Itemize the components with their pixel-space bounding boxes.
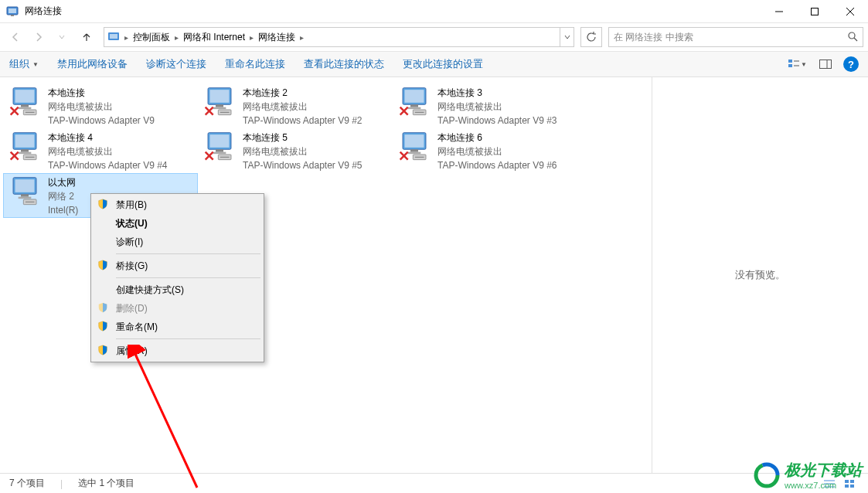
window-title: 网络连接 (25, 5, 761, 18)
svg-rect-19 (21, 104, 29, 107)
annotation-arrow (128, 345, 220, 491)
menu-separator (116, 253, 260, 254)
breadcrumb-dropdown[interactable] (560, 28, 574, 46)
shield-icon (97, 199, 110, 211)
svg-rect-68 (19, 197, 32, 199)
connection-device: TAP-Windows Adapter V9 #3 (437, 114, 557, 128)
svg-rect-50 (210, 134, 230, 148)
menu-rename[interactable]: 重命名(M) (93, 318, 262, 336)
network-icon (8, 87, 42, 124)
toolbar: 组织▼ 禁用此网络设备 诊断这个连接 重命名此连接 查看此连接的状态 更改此连接… (0, 51, 868, 77)
breadcrumb-item[interactable]: 网络和 Internet (180, 31, 248, 44)
connection-device: TAP-Windows Adapter V9 #2 (243, 114, 363, 128)
svg-rect-42 (15, 134, 35, 148)
context-menu: 禁用(B) 状态(U) 诊断(I) 桥接(G) 创建快捷方式(S) 删除(D) … (90, 193, 264, 362)
connection-status: 网络电缆被拔出 (437, 145, 557, 158)
svg-rect-59 (410, 149, 418, 151)
svg-rect-20 (19, 107, 32, 110)
svg-rect-34 (405, 90, 424, 103)
network-connection-item[interactable]: 本地连接 网络电缆被拔出 TAP-Windows Adapter V9 (3, 83, 198, 128)
menu-shortcut[interactable]: 创建快捷方式(S) (93, 280, 262, 299)
menu-separator (116, 338, 260, 339)
svg-rect-28 (213, 107, 226, 110)
preview-pane-button[interactable] (815, 56, 836, 73)
svg-rect-58 (405, 134, 424, 148)
connection-name: 本地连接 (48, 87, 155, 100)
svg-rect-1 (9, 8, 16, 13)
watermark-brand: 极光下载站 (785, 460, 862, 481)
svg-rect-52 (213, 152, 226, 155)
up-button[interactable] (76, 26, 97, 48)
svg-rect-12 (788, 64, 792, 67)
network-icon (203, 131, 237, 168)
titlebar: 网络连接 (0, 0, 868, 23)
svg-rect-4 (812, 8, 819, 15)
connection-device: TAP-Windows Adapter V9 #5 (243, 159, 363, 172)
breadcrumb[interactable]: ▸ 控制面板 ▸ 网络和 Internet ▸ 网络连接 ▸ (104, 27, 574, 47)
connection-status: 网络电缆被拔出 (243, 145, 363, 158)
help-button[interactable]: ? (843, 56, 859, 72)
svg-rect-11 (788, 60, 792, 63)
svg-rect-44 (19, 152, 32, 155)
preview-panel: 没有预览。 (652, 77, 868, 473)
organize-menu[interactable]: 组织▼ (9, 57, 39, 71)
network-connection-item[interactable]: 本地连接 5 网络电缆被拔出 TAP-Windows Adapter V9 #5 (198, 128, 393, 173)
svg-rect-26 (210, 90, 230, 103)
menu-diagnose[interactable]: 诊断(I) (93, 233, 262, 251)
svg-rect-36 (408, 107, 421, 110)
connection-name: 本地连接 5 (243, 131, 363, 144)
selected-count: 选中 1 个项目 (78, 477, 134, 490)
disable-device-button[interactable]: 禁用此网络设备 (57, 57, 128, 71)
connection-name: 以太网 (48, 176, 78, 189)
maximize-button[interactable] (797, 0, 832, 23)
menu-properties[interactable]: 属性(R) (93, 342, 262, 360)
network-icon (397, 131, 431, 168)
menu-delete: 删除(D) (93, 299, 262, 318)
menu-status[interactable]: 状态(U) (93, 214, 262, 233)
connection-status: 网络电缆被拔出 (48, 100, 155, 114)
change-settings-button[interactable]: 更改此连接的设置 (403, 57, 483, 71)
menu-separator (116, 277, 260, 278)
network-icon (8, 176, 42, 213)
svg-rect-66 (15, 179, 35, 192)
connection-status: 网络电缆被拔出 (48, 145, 168, 158)
minimize-button[interactable] (761, 0, 797, 23)
chevron-right-icon: ▸ (173, 33, 180, 42)
diagnose-button[interactable]: 诊断这个连接 (146, 57, 206, 71)
svg-rect-2 (11, 15, 14, 16)
svg-rect-60 (408, 152, 421, 155)
breadcrumb-icon (107, 31, 120, 43)
menu-bridge[interactable]: 桥接(G) (93, 257, 262, 275)
back-button[interactable] (5, 26, 26, 48)
connection-device: TAP-Windows Adapter V9 #6 (437, 159, 557, 172)
menu-disable[interactable]: 禁用(B) (93, 196, 262, 214)
network-connection-item[interactable]: 本地连接 2 网络电缆被拔出 TAP-Windows Adapter V9 #2 (198, 83, 393, 128)
network-connection-item[interactable]: 本地连接 3 网络电缆被拔出 TAP-Windows Adapter V9 #3 (393, 83, 587, 128)
connection-name: 本地连接 6 (437, 131, 557, 144)
svg-line-71 (134, 351, 197, 488)
connection-status: 网络电缆被拔出 (437, 100, 557, 114)
connection-name: 本地连接 4 (48, 131, 168, 144)
view-status-button[interactable]: 查看此连接的状态 (304, 57, 384, 71)
connection-status: 网络电缆被拔出 (243, 100, 363, 114)
watermark: 极光下载站 www.xz7.com (754, 460, 862, 490)
recent-dropdown[interactable] (51, 26, 73, 48)
connection-device: Intel(R) (48, 204, 78, 217)
shield-icon (97, 345, 110, 357)
view-options-button[interactable]: ▼ (788, 56, 808, 73)
search-input[interactable]: 在 网络连接 中搜索 (608, 27, 863, 47)
svg-rect-15 (820, 60, 832, 69)
rename-button[interactable]: 重命名此连接 (225, 57, 285, 71)
refresh-button[interactable] (580, 27, 602, 47)
close-button[interactable] (832, 0, 868, 23)
chevron-right-icon: ▸ (123, 33, 130, 42)
search-placeholder: 在 网络连接 中搜索 (614, 31, 693, 44)
watermark-url: www.xz7.com (785, 481, 862, 490)
breadcrumb-item[interactable]: 网络连接 (255, 31, 298, 44)
network-connection-item[interactable]: 本地连接 4 网络电缆被拔出 TAP-Windows Adapter V9 #4 (3, 128, 198, 173)
breadcrumb-item[interactable]: 控制面板 (130, 31, 173, 44)
navbar: ▸ 控制面板 ▸ 网络和 Internet ▸ 网络连接 ▸ 在 网络连接 中搜… (0, 23, 868, 51)
forward-button[interactable] (28, 26, 49, 48)
network-icon (203, 87, 237, 124)
network-connection-item[interactable]: 本地连接 6 网络电缆被拔出 TAP-Windows Adapter V9 #6 (393, 128, 587, 173)
